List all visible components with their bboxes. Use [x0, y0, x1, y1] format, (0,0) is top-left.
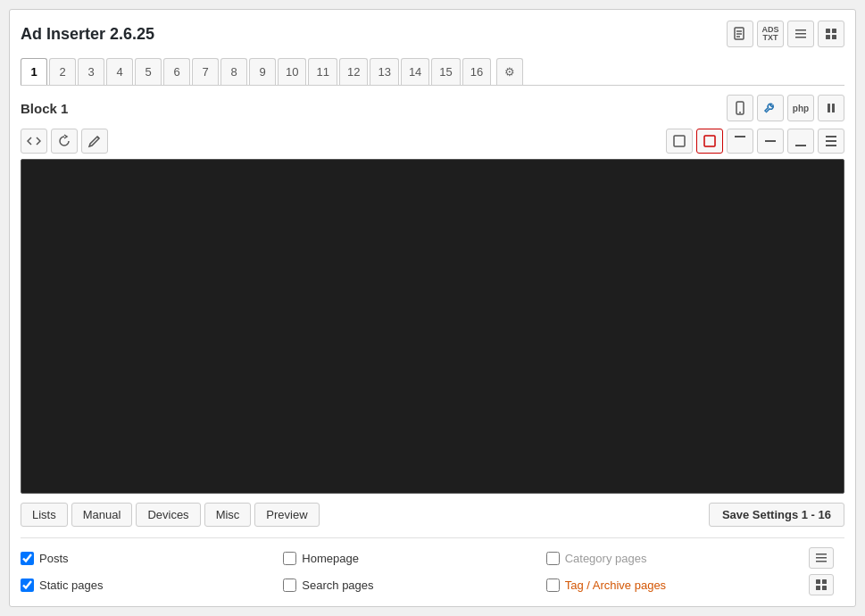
category-label: Category pages	[565, 552, 647, 565]
toolbar-left	[21, 129, 108, 154]
red-square-btn[interactable]	[696, 129, 723, 154]
block-header: Block 1 php	[21, 95, 844, 121]
svg-rect-16	[674, 136, 685, 146]
block-title: Block 1	[21, 101, 68, 116]
svg-rect-5	[795, 33, 806, 35]
pause-btn[interactable]	[818, 95, 844, 121]
tab-2[interactable]: 2	[49, 58, 76, 85]
code-editor[interactable]	[21, 159, 844, 494]
plugin-title: Ad Inserter 2.6.25	[21, 25, 154, 44]
code-view-btn[interactable]	[21, 129, 47, 154]
page-icon-btn[interactable]	[727, 21, 753, 47]
svg-rect-6	[795, 37, 806, 38]
static-pages-checkbox-item: Static pages	[21, 579, 283, 592]
bottom-bar: Lists Manual Devices Misc Preview Save S…	[21, 503, 844, 527]
ads-txt-icon-btn[interactable]: ADSTXT	[757, 21, 784, 47]
category-checkbox-item: Category pages	[546, 552, 809, 565]
tab-16[interactable]: 16	[462, 58, 491, 85]
svg-rect-4	[795, 29, 806, 31]
svg-rect-22	[826, 140, 836, 142]
align-top-btn[interactable]	[727, 129, 753, 154]
tab-15[interactable]: 15	[431, 58, 460, 85]
checkboxes-grid: Posts Homepage Category pages	[21, 547, 844, 595]
php-btn[interactable]: php	[787, 95, 814, 121]
header-icons: ADSTXT	[727, 21, 844, 47]
align-bottom-btn[interactable]	[787, 129, 814, 154]
tab-9[interactable]: 9	[249, 58, 276, 85]
manual-button[interactable]: Manual	[71, 503, 133, 527]
side-grid-icon[interactable]	[809, 574, 834, 595]
svg-rect-27	[816, 579, 820, 584]
svg-rect-21	[826, 136, 836, 137]
svg-rect-13	[828, 104, 830, 112]
tab-7[interactable]: 7	[192, 58, 219, 85]
tab-8[interactable]: 8	[220, 58, 247, 85]
side-list-icon[interactable]	[809, 547, 834, 569]
tab-settings[interactable]: ⚙	[496, 58, 523, 85]
preview-button[interactable]: Preview	[254, 503, 319, 527]
align-middle-btn[interactable]	[757, 129, 784, 154]
svg-rect-8	[832, 29, 836, 33]
empty-square-btn[interactable]	[666, 129, 693, 154]
tab-13[interactable]: 13	[370, 58, 398, 85]
checkboxes-section: Posts Homepage Category pages	[21, 537, 844, 595]
plugin-header: Ad Inserter 2.6.25 ADSTXT	[21, 21, 844, 47]
tab-1[interactable]: 1	[21, 58, 47, 85]
edit-btn[interactable]	[81, 129, 108, 154]
category-checkbox[interactable]	[546, 552, 560, 565]
mobile-preview-btn[interactable]	[727, 95, 753, 121]
svg-rect-9	[826, 35, 830, 39]
list-view-icon-btn[interactable]	[787, 21, 814, 47]
svg-rect-25	[816, 557, 827, 559]
tag-archive-label: Tag / Archive pages	[565, 579, 666, 592]
wrench-btn[interactable]	[757, 95, 784, 121]
search-pages-checkbox[interactable]	[283, 579, 296, 592]
svg-rect-30	[822, 586, 827, 590]
posts-checkbox-item: Posts	[21, 552, 283, 565]
homepage-checkbox-item: Homepage	[283, 552, 545, 565]
tab-12[interactable]: 12	[339, 58, 368, 85]
svg-rect-23	[826, 145, 836, 146]
tab-10[interactable]: 10	[278, 58, 306, 85]
tabs-row: 1 2 3 4 5 6 7 8 9 10 11 12 13 14 15 16 ⚙	[21, 58, 844, 86]
svg-rect-18	[735, 136, 745, 137]
svg-rect-14	[832, 104, 835, 112]
svg-rect-10	[832, 35, 836, 39]
static-pages-label: Static pages	[39, 579, 104, 592]
search-pages-checkbox-item: Search pages	[283, 579, 545, 592]
tab-14[interactable]: 14	[401, 58, 429, 85]
svg-rect-29	[816, 586, 820, 590]
posts-checkbox[interactable]	[21, 552, 34, 565]
tag-archive-checkbox[interactable]	[546, 579, 560, 592]
toolbar-right	[666, 129, 844, 154]
tab-11[interactable]: 11	[308, 58, 337, 85]
svg-rect-26	[816, 561, 827, 562]
svg-rect-20	[795, 145, 806, 146]
tab-6[interactable]: 6	[163, 58, 190, 85]
align-full-btn[interactable]	[818, 129, 844, 154]
svg-rect-24	[816, 554, 827, 555]
bottom-left-buttons: Lists Manual Devices Misc Preview	[21, 503, 320, 527]
svg-rect-28	[822, 579, 827, 584]
static-pages-checkbox[interactable]	[21, 579, 34, 592]
svg-line-15	[97, 137, 99, 138]
search-pages-label: Search pages	[302, 579, 373, 592]
grid-view-icon-btn[interactable]	[818, 21, 844, 47]
homepage-checkbox[interactable]	[283, 552, 296, 565]
misc-button[interactable]: Misc	[204, 503, 252, 527]
devices-button[interactable]: Devices	[136, 503, 200, 527]
tag-archive-checkbox-item: Tag / Archive pages	[546, 579, 809, 592]
save-settings-button[interactable]: Save Settings 1 - 16	[709, 503, 844, 527]
refresh-btn[interactable]	[51, 129, 78, 154]
homepage-label: Homepage	[302, 552, 359, 565]
toolbar-row	[21, 129, 844, 154]
svg-rect-17	[704, 136, 715, 146]
tab-4[interactable]: 4	[106, 58, 133, 85]
lists-button[interactable]: Lists	[21, 503, 68, 527]
tab-5[interactable]: 5	[135, 58, 162, 85]
block-header-icons: php	[727, 95, 844, 121]
svg-rect-19	[765, 140, 776, 142]
tab-3[interactable]: 3	[78, 58, 104, 85]
posts-label: Posts	[39, 552, 69, 565]
svg-rect-7	[826, 29, 830, 33]
